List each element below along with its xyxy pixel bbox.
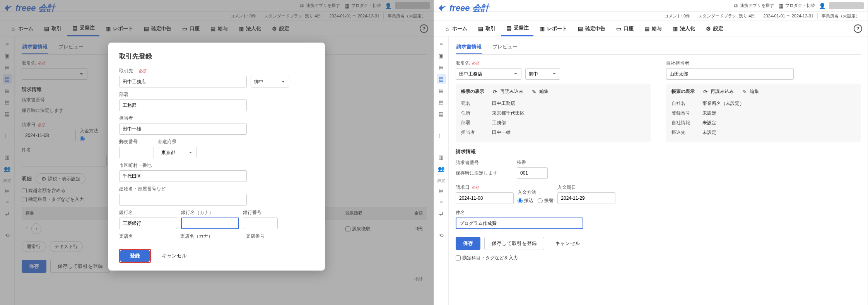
sidebar-label: 設定 (437, 178, 445, 183)
ic-2[interactable]: ▤ (437, 63, 446, 72)
save-create-button[interactable]: 保存して取引を登録 (484, 237, 544, 250)
nav-salary[interactable]: ▤給与 (639, 21, 666, 36)
tax-icon: ▤ (577, 26, 583, 32)
reload-icon: ⟳ (492, 89, 498, 95)
ic-13[interactable]: ⟲ (437, 231, 446, 240)
iconbar: ≡ ▣ ▤ ▤ ▤ ▤ ▤ ▢ ▥ 👥 設定 ▤ ≡ ⇄ ⟲ (434, 36, 449, 305)
user-avatar[interactable] (829, 2, 864, 9)
plan-info: スタンダードプラン: 残り 4日 (698, 13, 759, 19)
logo: freee 会計 (438, 2, 489, 14)
content: 請求書情報 プレビュー 取引先必須 田中工務店 御中 自社担当者 (449, 36, 868, 305)
modal-dept-input[interactable] (119, 99, 247, 111)
edit-button[interactable]: ✎編集 (531, 88, 548, 95)
ic-11[interactable]: ≡ (437, 197, 446, 207)
ic-6[interactable]: ▤ (437, 109, 446, 118)
modal-contact-input[interactable] (119, 123, 247, 135)
ic-5[interactable]: ▤ (437, 98, 446, 107)
reload-button[interactable]: ⟳再読み込み (492, 88, 523, 95)
reload-icon: ⟳ (702, 89, 709, 95)
tab-preview[interactable]: プレビュー (492, 40, 518, 54)
salary-icon: ▤ (644, 26, 650, 32)
help-icon[interactable]: ? (854, 24, 862, 33)
nav-reports[interactable]: ▥レポート (534, 21, 572, 36)
partner-register-modal: 取引先登録 取引先 必須 御中 部署 担当者 郵便番号 都道府県 東京都 市区町… (108, 43, 325, 271)
product-switch-link[interactable]: ▦プロダクト切替 (778, 3, 815, 9)
pencil-icon: ✎ (742, 89, 748, 95)
ic-collapse[interactable]: ≡ (437, 39, 446, 49)
modal-city-input[interactable] (119, 170, 247, 182)
modal-zip-input[interactable] (119, 147, 154, 158)
app-search-link[interactable]: ⧉連携アプリを探す (733, 3, 774, 9)
left-pane: freee 会計 ⧉連携アプリを探す ▦プロダクト切替 👤 コメント: 0件 ス… (0, 0, 434, 305)
register-button[interactable]: 登録 (120, 250, 150, 262)
invoice-auto-note: 保存時に決定します (456, 168, 497, 179)
nav-orders[interactable]: ▤受発注 (501, 21, 533, 36)
subject-input[interactable] (456, 218, 583, 229)
building-icon: ▥ (672, 26, 678, 32)
own-contact-input[interactable] (666, 68, 794, 80)
save-button[interactable]: 保存 (456, 237, 480, 250)
chart-icon: ▥ (539, 26, 545, 32)
modal-suffix-select[interactable]: 御中 (251, 76, 289, 87)
reload-button[interactable]: ⟳再読み込み (702, 88, 734, 95)
ic-1[interactable]: ▣ (437, 51, 446, 60)
main-nav: ⌂ホーム ▤取引 ▤受発注 ▥レポート ▤確定申告 ▭口座 ▤給与 ▥法人化 ⚙… (434, 21, 868, 36)
radio-swap[interactable]: 振替 (538, 198, 554, 203)
card-icon: ▭ (615, 26, 622, 32)
ic-8[interactable]: ▥ (437, 152, 446, 162)
logo-bird-icon (438, 3, 447, 13)
period-info: 2024-01-01 〜 2024-12-31 (763, 13, 818, 19)
external-icon: ⧉ (733, 3, 739, 9)
nav-tax[interactable]: ▤確定申告 (572, 21, 610, 36)
edit-button[interactable]: ✎編集 (742, 88, 759, 95)
nav-accounts[interactable]: ▭口座 (611, 21, 638, 36)
modal-partner-input[interactable] (119, 76, 247, 87)
comments-count[interactable]: コメント: 0件 (664, 13, 694, 19)
home-icon: ⌂ (444, 26, 450, 32)
ic-12[interactable]: ⇄ (437, 209, 446, 218)
right-pane: freee 会計 ⧉連携アプリを探す ▦プロダクト切替 👤 コメント: 0件 ス… (434, 0, 868, 305)
modal-bank-input[interactable] (119, 218, 177, 229)
gear-icon: ⚙ (705, 26, 711, 32)
partner-select[interactable]: 田中工務店 (456, 68, 521, 80)
nav-home[interactable]: ⌂ホーム (439, 21, 472, 36)
tab-invoice[interactable]: 請求書情報 (456, 40, 482, 54)
list-icon: ▤ (506, 25, 512, 31)
invoice-info-header: 請求情報 (456, 148, 861, 155)
subbar: コメント: 0件 スタンダードプラン: 残り 4日 2024-01-01 〜 2… (434, 12, 868, 21)
pencil-icon: ✎ (531, 89, 537, 95)
account-tags-checkbox[interactable]: 勘定科目・タグなどを入力 (456, 255, 518, 260)
doc-icon: ▤ (477, 26, 484, 32)
pay-date-input[interactable] (557, 192, 615, 204)
nav-corp[interactable]: ▥法人化 (667, 21, 700, 36)
nav-transactions[interactable]: ▤取引 (473, 21, 500, 36)
modal-pref-select[interactable]: 東京都 (158, 147, 196, 158)
suffix-select[interactable]: 御中 (525, 68, 560, 80)
modal-title: 取引先登録 (119, 52, 314, 61)
user-icon[interactable]: 👤 (819, 3, 825, 9)
partner-card: 帳票の表示 ⟳再読み込み ✎編集 宛名田中工務店 住所東京都千代田区 部署工務部… (456, 84, 651, 142)
topbar: ⧉連携アプリを探す ▦プロダクト切替 👤 (434, 0, 868, 12)
office-name[interactable]: 事業所名（未設定） (822, 13, 864, 19)
modal-building-input[interactable] (119, 194, 247, 206)
ic-10[interactable]: ▤ (437, 186, 446, 195)
ic-4[interactable]: ▤ (437, 86, 446, 95)
modal-bank-kana-input[interactable] (181, 218, 239, 229)
modal-bank-code-input[interactable] (243, 218, 278, 229)
invoice-date-input[interactable] (456, 192, 514, 204)
ic-3[interactable]: ▤ (437, 74, 446, 84)
nav-settings[interactable]: ⚙設定 (701, 21, 728, 36)
branch-no-input[interactable] (517, 167, 548, 179)
grid-icon: ▦ (778, 3, 784, 9)
ic-7[interactable]: ▢ (437, 131, 446, 140)
own-card: 帳票の表示 ⟳再読み込み ✎編集 自社名事業所名（未設定） 登録番号未設定 自社… (666, 84, 861, 142)
register-highlight: 登録 (119, 249, 151, 263)
radio-transfer[interactable]: 振込 (518, 198, 533, 203)
modal-cancel-button[interactable]: キャンセル (155, 249, 194, 262)
ic-9[interactable]: 👥 (437, 164, 446, 173)
cancel-button[interactable]: キャンセル (548, 237, 587, 250)
